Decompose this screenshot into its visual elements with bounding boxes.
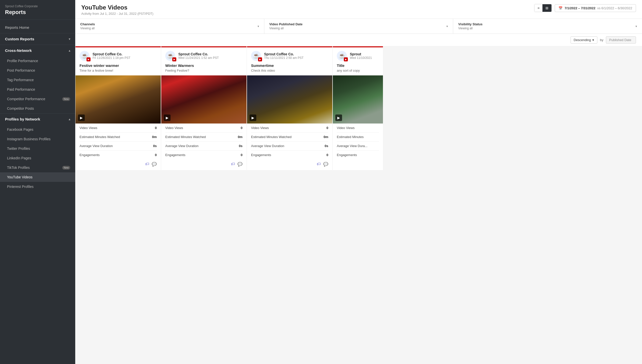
date-range-button[interactable]: 📅 7/1/2022 – 7/31/2022 vs 6/1/2022 – 6/3… <box>555 4 636 12</box>
card-description: any sort of copy <box>333 69 383 75</box>
channel-name: Sprout Coffee Co. <box>178 52 219 56</box>
sidebar-brand: Sprout Coffee Corporate <box>5 5 70 8</box>
sort-field-dropdown[interactable]: Published Date <box>606 36 636 44</box>
card-thumbnail: ▶ <box>75 75 161 124</box>
stat-row: Video Views 0 <box>79 124 157 133</box>
youtube-icon: ▶ <box>87 57 91 61</box>
card-date: Thu 11/11/2021 2:50 am PST <box>264 56 303 60</box>
card-footer: 🏷 💬 <box>247 159 332 170</box>
cards-container: ☕ ▶ Sprout Coffee Co. Fri 11/26/2021 1:1… <box>75 46 642 170</box>
channels-filter[interactable]: Channels Viewing all ▾ <box>75 19 264 34</box>
chevron-down-icon: ▾ <box>592 38 594 42</box>
sidebar-item-twitter-profiles[interactable]: Twitter Profiles <box>0 144 75 153</box>
sidebar-item-reports-home[interactable]: Reports Home <box>0 22 75 33</box>
sidebar-item-pinterest-profiles[interactable]: Pinterest Profiles <box>0 182 75 191</box>
sidebar-item-linkedin-pages[interactable]: LinkedIn Pages <box>0 153 75 163</box>
card-date: Wed 11/24/2021 1:52 am PST <box>178 56 219 60</box>
play-icon: ▶ <box>78 114 85 121</box>
sidebar-item-instagram-business-profiles[interactable]: Instagram Business Profiles <box>0 134 75 144</box>
sidebar-item-competitor-performance[interactable]: Competitor Performance New <box>0 94 75 104</box>
sidebar-section-profiles-by-network-header[interactable]: Profiles by Network ▴ <box>0 113 75 125</box>
sidebar-item-tag-performance[interactable]: Tag Performance <box>0 75 75 85</box>
tag-icon[interactable]: 🏷 <box>317 162 321 167</box>
grid-view-button[interactable]: ⊞ <box>542 4 551 12</box>
chevron-up-icon: ▴ <box>69 117 70 121</box>
sidebar-section-cross-network-header[interactable]: Cross-Network ▴ <box>0 45 75 56</box>
card-stats: Video Views 0 Estimated Minutes Watched … <box>75 124 161 159</box>
play-icon: ▶ <box>335 114 342 121</box>
card-header: ☕ ▶ Sprout Coffee Co. Wed 11/24/2021 1:5… <box>161 47 247 63</box>
comment-icon[interactable]: 💬 <box>323 162 328 167</box>
card-header: ☕ ▶ Sprout Coffee Co. Fri 11/26/2021 1:1… <box>75 47 161 63</box>
stat-row: Engagements 0 <box>251 151 328 159</box>
play-icon: ▶ <box>250 114 256 121</box>
card-thumbnail: ▶ <box>333 75 383 124</box>
tag-icon[interactable]: 🏷 <box>231 162 235 167</box>
channel-name: Sprout Coffee Co. <box>93 52 130 56</box>
stat-row: Video Views 0 <box>251 124 328 133</box>
youtube-icon: ▶ <box>258 57 262 61</box>
view-toggle: ≡ ⊞ <box>534 4 552 12</box>
stat-row: Engagements 0 <box>165 151 243 159</box>
chevron-down-icon: ▾ <box>258 25 259 28</box>
sidebar-section-profiles-by-network: Profiles by Network ▴ Facebook Pages Ins… <box>0 113 75 191</box>
stat-row: Engagements 0 <box>79 151 157 159</box>
sidebar-header: Sprout Coffee Corporate Reports <box>0 0 75 20</box>
comment-icon[interactable]: 💬 <box>237 162 243 167</box>
sort-by-label: by <box>600 38 603 42</box>
date-range-text: 7/1/2022 – 7/31/2022 vs 6/1/2022 – 6/30/… <box>565 6 632 10</box>
video-card: ☕ ▶ Sprout Coffee Co. Thu 11/11/2021 2:5… <box>247 46 332 170</box>
sidebar-item-competitor-posts[interactable]: Competitor Posts <box>0 104 75 113</box>
avatar: ☕ ▶ <box>79 51 90 61</box>
page-subtitle: Activity from Jul 1, 2022 - Jul 31, 2022… <box>81 12 153 16</box>
card-stats: Video Views Estimated Minutes Average Vi… <box>333 124 383 159</box>
tag-icon[interactable]: 🏷 <box>145 162 149 167</box>
card-title: Festive winter warmer <box>75 63 161 69</box>
main-content: YouTube Videos Activity from Jul 1, 2022… <box>75 0 642 364</box>
stat-row: Average View Duration 0s <box>251 142 328 151</box>
card-description: Check this video <box>247 69 332 75</box>
card-stats: Video Views 0 Estimated Minutes Watched … <box>247 124 332 159</box>
stat-row: Video Views 0 <box>165 124 243 133</box>
video-card: ☕ ▶ Sprout Coffee Co. Fri 11/26/2021 1:1… <box>75 46 161 170</box>
card-date: Fri 11/26/2021 1:18 pm PST <box>93 56 130 60</box>
card-title: Winter Warmers <box>161 63 247 69</box>
card-thumbnail: ▶ <box>161 75 247 124</box>
sidebar-item-paid-performance[interactable]: Paid Performance <box>0 85 75 94</box>
visibility-status-filter[interactable]: Visibility Status Viewing all ▾ <box>453 19 642 34</box>
new-badge: New <box>62 97 70 101</box>
stat-row: Average View Duration 0s <box>79 142 157 151</box>
sidebar-section-custom-reports-header[interactable]: Custom Reports ▾ <box>0 33 75 45</box>
stat-row: Video Views <box>337 124 379 133</box>
stat-row: Average View Duration 0s <box>165 142 243 151</box>
comment-icon[interactable]: 💬 <box>152 162 157 167</box>
card-date: Wed 11/10/2021 <box>350 56 372 60</box>
video-card: ☕ ▶ Sprout Coffee Co. Wed 11/24/2021 1:5… <box>161 46 247 170</box>
stat-row: Estimated Minutes Watched 0m <box>165 133 243 142</box>
youtube-icon: ▶ <box>172 57 176 61</box>
stat-row: Average View Dura... <box>337 142 379 151</box>
filter-bar: Channels Viewing all ▾ Video Published D… <box>75 19 642 34</box>
chevron-down-icon: ▾ <box>635 25 637 28</box>
card-footer: 🏷 💬 <box>161 159 247 170</box>
card-description: Feeling Festive? <box>161 69 247 75</box>
youtube-icon: ▶ <box>344 57 348 61</box>
sidebar-item-post-performance[interactable]: Post Performance <box>0 66 75 75</box>
sidebar-item-profile-performance[interactable]: Profile Performance <box>0 56 75 66</box>
cards-area: ☕ ▶ Sprout Coffee Co. Fri 11/26/2021 1:1… <box>75 46 642 364</box>
sidebar-title: Reports <box>5 9 70 16</box>
sidebar-item-youtube-videos[interactable]: YouTube Videos <box>0 172 75 182</box>
sidebar-item-tiktok-profiles[interactable]: TikTok Profiles New <box>0 163 75 172</box>
avatar: ☕ ▶ <box>337 51 347 61</box>
video-card-partial: ☕ ▶ Sprout Wed 11/10/2021 Title any sort… <box>333 46 383 170</box>
list-view-button[interactable]: ≡ <box>534 4 542 12</box>
top-bar: YouTube Videos Activity from Jul 1, 2022… <box>75 0 642 19</box>
sidebar-item-facebook-pages[interactable]: Facebook Pages <box>0 125 75 134</box>
sort-bar: Descending ▾ by Published Date <box>75 34 642 46</box>
stat-row: Estimated Minutes Watched 0m <box>79 133 157 142</box>
video-published-date-filter[interactable]: Video Published Date Viewing all ▾ <box>264 19 453 34</box>
sort-order-dropdown[interactable]: Descending ▾ <box>571 36 598 44</box>
avatar: ☕ ▶ <box>251 51 261 61</box>
chevron-up-icon: ▴ <box>69 49 70 52</box>
chevron-down-icon: ▾ <box>446 25 448 28</box>
